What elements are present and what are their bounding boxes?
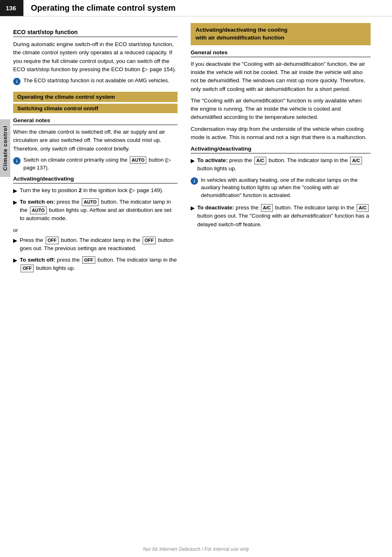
operating-bar: Operating the climate control system: [13, 92, 178, 102]
press-bullets: ▶ Press the OFF button. The indicator la…: [13, 236, 178, 272]
general-notes-body-right-3: Condensation may drip from the underside…: [191, 125, 371, 142]
header-title: Operating the climate control system: [22, 0, 183, 16]
auto-badge-1: AUTO: [130, 156, 147, 164]
left-column: ECO start/stop function During automatic…: [9, 23, 186, 276]
info-note-2-text: Switch on climate control primarily usin…: [23, 156, 178, 172]
right-highlight-box: Activating/deactivating the coolingwith …: [191, 23, 371, 45]
activating-bullets-left: ▶ Turn the key to position 2 in the igni…: [13, 186, 178, 223]
right-column: Activating/deactivating the coolingwith …: [186, 23, 371, 276]
arrow-icon-2: ▶: [13, 198, 17, 207]
ac-badge-4: A/C: [357, 204, 369, 211]
content-wrapper: ECO start/stop function During automatic…: [9, 16, 392, 292]
activate-bullets-right: ▶ To activate: press the A/C button. The…: [191, 156, 371, 173]
general-notes-heading-right: General notes: [191, 49, 371, 57]
bullet-item-1: ▶ Turn the key to position 2 in the igni…: [13, 186, 178, 195]
bullet-item-2: ▶ To switch on: press the AUTO button. T…: [13, 198, 178, 223]
general-notes-body-right-2: The "Cooling with air dehumidification" …: [191, 97, 371, 122]
off-badge-3: OFF: [82, 256, 95, 264]
off-badge-2: OFF: [143, 237, 156, 244]
info-icon-1: i: [13, 78, 21, 85]
ac-badge-1: A/C: [254, 157, 266, 164]
bullet-item-deactivate: ▶ To deactivate: press the A/C button. T…: [191, 204, 371, 229]
or-text: or: [13, 226, 178, 234]
bullet-text-2: To switch on: press the AUTO button. The…: [20, 198, 178, 223]
eco-body: During automatic engine switch-off in th…: [13, 40, 178, 74]
bullet-text-deactivate: To deactivate: press the A/C button. The…: [197, 204, 371, 229]
auto-badge-3: AUTO: [30, 207, 47, 214]
switching-bar: Switching climate control on/off: [13, 104, 178, 113]
bullet-text-4: To switch off: press the OFF button. The…: [20, 256, 178, 273]
bullet-text-3: Press the OFF button. The indicator lamp…: [20, 236, 178, 253]
activating-heading-right: Activating/deactivating: [191, 146, 371, 153]
bullet-text-activate: To activate: press the A/C button. The i…: [197, 156, 371, 173]
eco-heading: ECO start/stop function: [13, 29, 178, 37]
general-notes-body-right-1: If you deactivate the "Cooling with air-…: [191, 60, 371, 93]
arrow-icon-5: ▶: [191, 157, 195, 165]
info-note-right-text: In vehicles with auxiliary heating, one …: [201, 176, 371, 200]
ac-badge-3: A/C: [261, 204, 273, 211]
bullet-item-3: ▶ Press the OFF button. The indicator la…: [13, 236, 178, 253]
deactivate-bullets-right: ▶ To deactivate: press the A/C button. T…: [191, 204, 371, 229]
general-notes-heading-left: General notes: [13, 117, 178, 125]
general-notes-body-left: When the climate control is switched off…: [13, 128, 178, 153]
off-badge-4: OFF: [21, 265, 34, 272]
sidebar-label: Climate control: [0, 119, 10, 177]
activating-heading-left: Activating/deactivating: [13, 176, 178, 183]
right-highlight-text: Activating/deactivating the coolingwith …: [196, 27, 288, 41]
page-number: 136: [0, 0, 22, 16]
bullet-text-1: Turn the key to position 2 in the igniti…: [20, 186, 164, 195]
ac-badge-2: A/C: [350, 157, 362, 164]
arrow-icon-1: ▶: [13, 187, 17, 195]
info-icon-3: i: [191, 177, 198, 185]
footer-watermark: Nur für internen Gebrauch / For internal…: [0, 546, 392, 552]
auto-badge-2: AUTO: [82, 198, 99, 206]
arrow-icon-6: ▶: [191, 204, 195, 212]
info-icon-2: i: [13, 157, 21, 165]
eco-info-text: The ECO start/stop function is not avail…: [23, 77, 169, 85]
off-badge-1: OFF: [46, 237, 59, 244]
bullet-item-4: ▶ To switch off: press the OFF button. T…: [13, 256, 178, 273]
arrow-icon-4: ▶: [13, 256, 17, 265]
eco-info-note: i The ECO start/stop function is not ava…: [13, 77, 178, 85]
bullet-item-activate: ▶ To activate: press the A/C button. The…: [191, 156, 371, 173]
info-note-right: i In vehicles with auxiliary heating, on…: [191, 176, 371, 200]
header-bar: 136 Operating the climate control system: [0, 0, 392, 16]
arrow-icon-3: ▶: [13, 237, 17, 245]
info-note-2: i Switch on climate control primarily us…: [13, 156, 178, 172]
